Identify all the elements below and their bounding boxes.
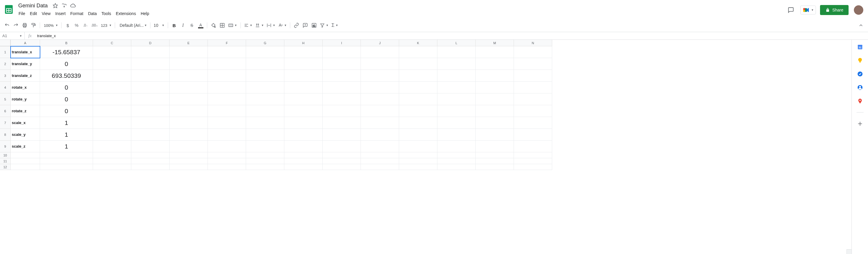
cell-L8[interactable] [437,129,476,141]
print-button[interactable] [21,21,29,29]
cell-A4[interactable]: rotate_x [10,82,40,93]
cell-G8[interactable] [246,129,284,141]
cell-N4[interactable] [514,82,552,93]
cell-D11[interactable] [131,158,169,164]
horizontal-align-button[interactable]: ▼ [243,21,254,29]
cell-D6[interactable] [131,105,169,117]
cell-H4[interactable] [284,82,322,93]
cell-L3[interactable] [437,70,476,82]
row-header-8[interactable]: 8 [0,129,10,141]
cell-M2[interactable] [476,58,514,70]
cell-B2[interactable]: 0 [40,58,93,70]
cell-A9[interactable]: scale_z [10,141,40,152]
cell-C5[interactable] [93,93,131,105]
cell-K9[interactable] [399,141,437,152]
cell-C12[interactable] [93,164,131,170]
cell-J2[interactable] [361,58,399,70]
italic-button[interactable]: I [179,21,187,29]
functions-button[interactable]: Σ▼ [330,21,339,29]
cell-N2[interactable] [514,58,552,70]
cell-L6[interactable] [437,105,476,117]
cell-E11[interactable] [169,158,208,164]
cell-N3[interactable] [514,70,552,82]
cell-G4[interactable] [246,82,284,93]
cell-F3[interactable] [208,70,246,82]
cell-A3[interactable]: translate_z [10,70,40,82]
cell-D9[interactable] [131,141,169,152]
cell-B10[interactable] [40,152,93,158]
keep-icon[interactable] [857,57,863,63]
cell-E7[interactable] [169,117,208,129]
cell-H9[interactable] [284,141,322,152]
cell-F4[interactable] [208,82,246,93]
spreadsheet-grid[interactable]: ABCDEFGHIJKLMN1translate_x-15.658372tran… [0,40,851,170]
cell-H10[interactable] [284,152,322,158]
col-header-I[interactable]: I [322,40,361,46]
filter-button[interactable]: ▼ [319,21,330,29]
row-header-10[interactable]: 10 [0,152,10,158]
bold-button[interactable]: B [170,21,178,29]
cell-B9[interactable]: 1 [40,141,93,152]
cell-D8[interactable] [131,129,169,141]
row-header-1[interactable]: 1 [0,46,10,58]
cell-C9[interactable] [93,141,131,152]
col-header-J[interactable]: J [361,40,399,46]
text-color-button[interactable]: A [197,21,205,29]
cell-N9[interactable] [514,141,552,152]
font-family-dropdown[interactable]: Default (Ari...▼ [117,21,148,29]
cell-C2[interactable] [93,58,131,70]
star-icon[interactable] [52,3,58,8]
cell-L1[interactable] [437,46,476,58]
cell-C1[interactable] [93,46,131,58]
menu-help[interactable]: Help [138,10,151,17]
menu-data[interactable]: Data [86,10,99,17]
cell-N10[interactable] [514,152,552,158]
col-header-N[interactable]: N [514,40,552,46]
share-button[interactable]: Share [820,5,848,15]
cell-I11[interactable] [322,158,361,164]
cell-F7[interactable] [208,117,246,129]
cell-B12[interactable] [40,164,93,170]
menu-format[interactable]: Format [68,10,85,17]
cell-J12[interactable] [361,164,399,170]
cell-J1[interactable] [361,46,399,58]
cell-G7[interactable] [246,117,284,129]
col-header-F[interactable]: F [208,40,246,46]
cell-E9[interactable] [169,141,208,152]
redo-button[interactable] [12,21,20,29]
cell-H5[interactable] [284,93,322,105]
cell-M12[interactable] [476,164,514,170]
cell-D12[interactable] [131,164,169,170]
vertical-align-button[interactable]: ▼ [254,21,265,29]
menu-file[interactable]: File [17,10,27,17]
select-all-corner[interactable] [0,40,10,46]
cell-L9[interactable] [437,141,476,152]
cell-H6[interactable] [284,105,322,117]
cell-A10[interactable] [10,152,40,158]
cell-I7[interactable] [322,117,361,129]
cell-M9[interactable] [476,141,514,152]
cell-C3[interactable] [93,70,131,82]
undo-button[interactable] [3,21,11,29]
cell-J3[interactable] [361,70,399,82]
cell-E8[interactable] [169,129,208,141]
cell-L2[interactable] [437,58,476,70]
row-header-3[interactable]: 3 [0,70,10,82]
cell-N12[interactable] [514,164,552,170]
cell-C10[interactable] [93,152,131,158]
move-icon[interactable] [61,3,67,8]
cell-M4[interactable] [476,82,514,93]
cell-E6[interactable] [169,105,208,117]
strikethrough-button[interactable]: S [188,21,196,29]
cell-E12[interactable] [169,164,208,170]
cell-C7[interactable] [93,117,131,129]
cell-D2[interactable] [131,58,169,70]
cell-C6[interactable] [93,105,131,117]
cell-C8[interactable] [93,129,131,141]
cell-G1[interactable] [246,46,284,58]
cell-N5[interactable] [514,93,552,105]
cell-M3[interactable] [476,70,514,82]
col-header-D[interactable]: D [131,40,169,46]
cell-E3[interactable] [169,70,208,82]
cell-A1[interactable]: translate_x [10,46,40,58]
